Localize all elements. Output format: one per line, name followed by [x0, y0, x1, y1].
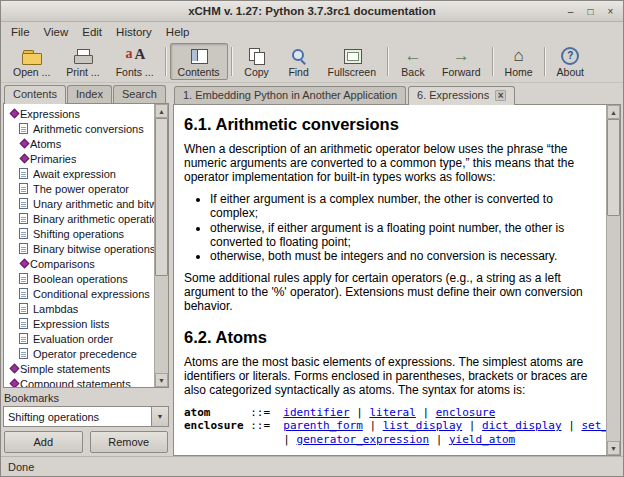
tree-item-comparisons[interactable]: Comparisons: [4, 256, 154, 271]
tab-search[interactable]: Search: [113, 85, 166, 103]
tree-item-conditional-expressions[interactable]: Conditional expressions: [4, 286, 154, 301]
tree-item-label: Expressions: [20, 108, 80, 120]
tree-item-the-power-operator[interactable]: The power operator: [4, 181, 154, 196]
grammar-link-parenth-form[interactable]: parenth_form: [283, 419, 362, 432]
status-text: Done: [8, 461, 34, 473]
fonts-button[interactable]: Fonts ...: [108, 43, 162, 80]
grammar-lhs: enclosure: [184, 419, 250, 432]
chevron-down-icon[interactable]: ▼: [151, 407, 168, 426]
menu-help[interactable]: Help: [159, 24, 197, 40]
tree-item-compound-statements[interactable]: Compound statements: [4, 376, 154, 387]
contents-button[interactable]: Contents: [170, 43, 228, 80]
tab-close-icon[interactable]: ×: [495, 90, 506, 101]
sidebar: Contents Index Search ExpressionsArithme…: [3, 83, 169, 456]
maximize-button[interactable]: □: [582, 3, 599, 19]
document-tabs: 1. Embedding Python in Another Applicati…: [173, 83, 621, 104]
tree-scrollbar[interactable]: ▲ ▼: [154, 104, 168, 387]
tree-item-label: The power operator: [33, 183, 129, 195]
menu-file[interactable]: File: [4, 24, 37, 40]
tree-item-label: Binary arithmetic operation: [33, 213, 154, 225]
scroll-up-icon[interactable]: ▲: [607, 105, 620, 119]
toolbar: Open ...Print ...Fonts ...ContentsCopyFi…: [1, 42, 623, 83]
scroll-down-icon[interactable]: ▼: [607, 441, 620, 455]
scroll-down-icon[interactable]: ▼: [155, 373, 168, 387]
tree-item-binary-arithmetic-operation[interactable]: Binary arithmetic operation: [4, 211, 154, 226]
grammar-link-generator-expression[interactable]: generator_expression: [297, 433, 429, 446]
grammar-pipe: |: [429, 433, 449, 446]
tree-item-boolean-operations[interactable]: Boolean operations: [4, 271, 154, 286]
print-button[interactable]: Print ...: [58, 43, 107, 80]
toolbar-separator: [492, 47, 494, 76]
contents-tree-panel: ExpressionsArithmetic conversionsAtomsPr…: [3, 103, 169, 388]
copy-icon: [246, 47, 268, 65]
grammar-link-identifier[interactable]: identifier: [283, 406, 349, 419]
grammar-link-yield-atom[interactable]: yield_atom: [449, 433, 515, 446]
grammar-line: | generator_expression | yield_atom: [184, 433, 594, 446]
printer-icon: [72, 47, 94, 65]
tree-item-simple-statements[interactable]: Simple statements: [4, 361, 154, 376]
minimize-button[interactable]: –: [562, 3, 579, 19]
tree-item-label: Shifting operations: [33, 228, 124, 240]
grammar-link-list-display[interactable]: list_display: [383, 419, 462, 432]
tree-item-await-expression[interactable]: Await expression: [4, 166, 154, 181]
document-scroll-thumb[interactable]: [607, 119, 620, 216]
list-item: otherwise, if either argument is a float…: [210, 222, 594, 250]
tree-item-binary-bitwise-operations[interactable]: Binary bitwise operations: [4, 241, 154, 256]
page-icon: [19, 123, 28, 134]
book-icon: [10, 379, 20, 387]
tree-item-label: Boolean operations: [33, 273, 128, 285]
forward-button[interactable]: Forward: [434, 43, 489, 80]
document-scroll-track[interactable]: [607, 119, 620, 441]
tree-item-label: Lambdas: [33, 303, 78, 315]
grammar-lhs: atom: [184, 406, 250, 419]
tree-item-expressions[interactable]: Expressions: [4, 106, 154, 121]
tree-item-expression-lists[interactable]: Expression lists: [4, 316, 154, 331]
copy-button[interactable]: Copy: [236, 43, 278, 80]
tree-item-label: Unary arithmetic and bitwis: [33, 198, 154, 210]
fullscreen-button[interactable]: Fullscreen: [320, 43, 384, 80]
grammar-link-literal[interactable]: literal: [369, 406, 415, 419]
menu-edit[interactable]: Edit: [75, 24, 109, 40]
grammar-link-set-display[interactable]: set_display: [581, 419, 606, 432]
back-button[interactable]: Back: [392, 43, 434, 80]
menu-view[interactable]: View: [37, 24, 76, 40]
scroll-up-icon[interactable]: ▲: [155, 104, 168, 118]
tree-item-primaries[interactable]: Primaries: [4, 151, 154, 166]
book-icon: [20, 139, 30, 149]
fullscreen-icon: [341, 47, 363, 65]
home-button[interactable]: Home: [497, 43, 541, 80]
tree-item-lambdas[interactable]: Lambdas: [4, 301, 154, 316]
about-button[interactable]: About: [549, 43, 592, 80]
open-folder-icon: [21, 47, 43, 65]
document-scrollbar[interactable]: ▲ ▼: [606, 105, 620, 455]
page-icon: [19, 318, 28, 329]
bookmark-combobox[interactable]: Shifting operations ▼: [3, 406, 169, 427]
tree-item-operator-precedence[interactable]: Operator precedence: [4, 346, 154, 361]
tab-index[interactable]: Index: [67, 85, 112, 103]
tab-expressions[interactable]: 6. Expressions ×: [408, 86, 515, 105]
tree-item-evaluation-order[interactable]: Evaluation order: [4, 331, 154, 346]
bookmark-selected-value: Shifting operations: [4, 411, 151, 423]
tree-item-shifting-operations[interactable]: Shifting operations: [4, 226, 154, 241]
page-icon: [19, 348, 28, 359]
grammar-link-enclosure[interactable]: enclosure: [436, 406, 496, 419]
fonts-icon: [124, 47, 146, 65]
book-icon: [10, 109, 20, 119]
bookmarks-section: Bookmarks Shifting operations ▼ Add Remo…: [3, 388, 169, 456]
tree-item-arithmetic-conversions[interactable]: Arithmetic conversions: [4, 121, 154, 136]
tree-item-unary-arithmetic-and-bitwis[interactable]: Unary arithmetic and bitwis: [4, 196, 154, 211]
open-button[interactable]: Open ...: [5, 43, 58, 80]
menu-history[interactable]: History: [109, 24, 159, 40]
grammar-pipe: |: [363, 419, 383, 432]
remove-bookmark-button[interactable]: Remove: [90, 431, 169, 453]
grammar-link-dict-display[interactable]: dict_display: [482, 419, 561, 432]
tree-scroll-thumb[interactable]: [155, 118, 168, 276]
toolbar-button-label: Back: [401, 66, 424, 78]
tab-embedding-python[interactable]: 1. Embedding Python in Another Applicati…: [174, 86, 406, 104]
find-button[interactable]: Find: [278, 43, 320, 80]
tab-contents[interactable]: Contents: [4, 85, 66, 104]
tree-item-atoms[interactable]: Atoms: [4, 136, 154, 151]
close-button[interactable]: ×: [602, 3, 619, 19]
tree-scroll-track[interactable]: [155, 118, 168, 373]
add-bookmark-button[interactable]: Add: [4, 431, 83, 453]
